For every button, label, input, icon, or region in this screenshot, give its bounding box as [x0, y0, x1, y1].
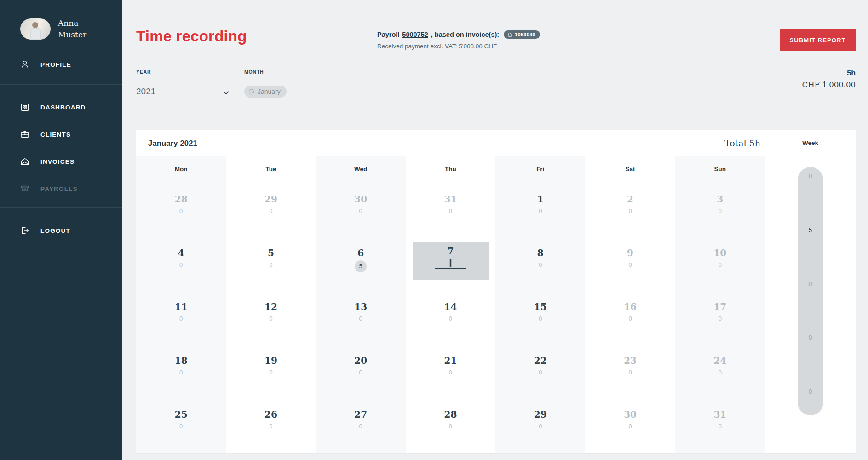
day-cell-10[interactable]: 100 — [675, 236, 765, 289]
circle-x-icon[interactable] — [248, 88, 255, 95]
sidebar-item-dashboard[interactable]: DASHBOARD — [0, 96, 122, 119]
day-cell-4[interactable]: 40 — [136, 236, 226, 289]
invoice-envelope-icon — [19, 156, 30, 167]
day-cell-17[interactable]: 170 — [675, 289, 765, 343]
invoice-badge-number: 1053049 — [515, 32, 535, 37]
day-number: 14 — [406, 289, 495, 312]
day-number: 27 — [316, 397, 406, 420]
calendar-header: January 2021 Total 5h — [136, 130, 765, 156]
selected-day-box: 7 — [413, 242, 489, 280]
day-cell-20[interactable]: 200 — [316, 343, 406, 397]
day-cell-2[interactable]: 20 — [585, 182, 675, 236]
sidebar-item-invoices[interactable]: INVOICES — [0, 150, 122, 173]
day-hours: 0 — [585, 315, 675, 322]
day-number: 31 — [406, 182, 495, 205]
day-cell-22[interactable]: 220 — [495, 343, 585, 397]
sidebar-item-label: CLIENTS — [40, 131, 71, 138]
day-hours: 0 — [226, 207, 316, 215]
week-total-value: 0 — [798, 332, 823, 343]
weekday-header-wed: Wed — [316, 156, 406, 182]
day-cell-16[interactable]: 160 — [585, 289, 675, 343]
day-number: 24 — [675, 343, 765, 366]
day-hours: 0 — [675, 315, 765, 322]
day-cell-29[interactable]: 290 — [495, 397, 585, 451]
day-number: 9 — [585, 236, 675, 259]
day-cell-13[interactable]: 130 — [316, 289, 406, 343]
day-cell-14[interactable]: 140 — [406, 289, 495, 343]
day-number: 17 — [675, 289, 765, 312]
day-hours: 0 — [136, 315, 226, 322]
sidebar-divider — [0, 207, 122, 208]
calendar-total-label: Total 5h — [724, 138, 764, 148]
day-hours: 0 — [316, 207, 406, 215]
calendar-grid: Mon28040110180250Tue29050120190260Wed300… — [136, 156, 765, 453]
page-title: Time recording — [136, 28, 247, 45]
month-field: MONTH January — [244, 69, 555, 101]
day-cell-30[interactable]: 300 — [585, 397, 675, 451]
day-cell-28[interactable]: 280 — [406, 397, 495, 451]
day-cell-26[interactable]: 260 — [226, 397, 316, 451]
month-label: MONTH — [244, 69, 555, 75]
day-cell-21[interactable]: 210 — [406, 343, 495, 397]
day-cell-29[interactable]: 290 — [226, 182, 316, 236]
day-hours: 0 — [406, 315, 495, 322]
day-cell-31[interactable]: 310 — [675, 397, 765, 451]
weekday-header-tue: Tue — [226, 156, 316, 182]
sidebar-divider — [0, 84, 122, 85]
day-cell-11[interactable]: 110 — [136, 289, 226, 343]
week-body: 05000 — [765, 155, 856, 453]
day-cell-9[interactable]: 90 — [585, 236, 675, 289]
day-cell-28[interactable]: 280 — [136, 182, 226, 236]
day-cell-6[interactable]: 65 — [316, 236, 406, 289]
sidebar-nav: DASHBOARD CLIENTS INVOICES PAYROLLS — [0, 96, 122, 200]
avatar — [20, 18, 51, 40]
day-cell-1[interactable]: 10 — [495, 182, 585, 236]
day-cell-24[interactable]: 240 — [675, 343, 765, 397]
day-cell-8[interactable]: 80 — [495, 236, 585, 289]
day-column-sat: Sat2090160230300 — [585, 156, 675, 453]
day-number: 5 — [226, 236, 316, 259]
sidebar-item-payrolls[interactable]: PAYROLLS — [0, 177, 122, 200]
invoice-badge[interactable]: 1053049 — [504, 30, 540, 39]
calendar-month-title: January 2021 — [148, 139, 197, 148]
day-cell-7[interactable]: 7 — [406, 236, 495, 289]
day-number: 7 — [413, 242, 489, 257]
received-payment-text: Received payment excl. VAT: 5'000.00 CHF — [377, 43, 540, 50]
week-total-value: 0 — [798, 386, 823, 397]
weekday-header-sat: Sat — [585, 156, 675, 182]
week-total-value: 5 — [798, 224, 823, 236]
sidebar-item-logout[interactable]: LOGOUT — [0, 218, 122, 243]
day-hours: 0 — [585, 207, 675, 215]
day-cell-31[interactable]: 310 — [406, 182, 495, 236]
day-cell-25[interactable]: 250 — [136, 397, 226, 451]
month-input[interactable]: January — [244, 75, 555, 101]
year-select[interactable]: 2021 — [136, 75, 230, 101]
hours-input[interactable] — [435, 259, 466, 269]
day-cell-30[interactable]: 300 — [316, 182, 406, 236]
day-cell-19[interactable]: 190 — [226, 343, 316, 397]
day-number: 22 — [495, 343, 585, 366]
day-cell-12[interactable]: 120 — [226, 289, 316, 343]
day-cell-5[interactable]: 50 — [226, 236, 316, 289]
day-cell-18[interactable]: 180 — [136, 343, 226, 397]
week-total-pill: 05000 — [798, 167, 823, 415]
sidebar-item-profile[interactable]: PROFILE — [0, 52, 122, 77]
month-chip[interactable]: January — [244, 86, 287, 98]
payroll-number-link[interactable]: 5000752 — [402, 31, 428, 38]
day-hours: 0 — [585, 423, 675, 430]
day-cell-15[interactable]: 150 — [495, 289, 585, 343]
day-hours: 0 — [675, 423, 765, 430]
day-cell-3[interactable]: 30 — [675, 182, 765, 236]
day-cell-23[interactable]: 230 — [585, 343, 675, 397]
day-number: 10 — [675, 236, 765, 259]
invoice-doc-icon — [507, 32, 512, 37]
submit-report-button[interactable]: SUBMIT REPORT — [780, 29, 856, 51]
main-content: Time recording Payroll 5000752, based on… — [122, 0, 868, 460]
sidebar-item-clients[interactable]: CLIENTS — [0, 123, 122, 146]
day-cell-27[interactable]: 270 — [316, 397, 406, 451]
day-hours: 0 — [675, 207, 765, 215]
day-hours: 0 — [406, 207, 495, 215]
dashboard-icon — [19, 102, 30, 113]
weekday-header-thu: Thu — [406, 156, 495, 182]
day-hours: 0 — [316, 423, 406, 430]
